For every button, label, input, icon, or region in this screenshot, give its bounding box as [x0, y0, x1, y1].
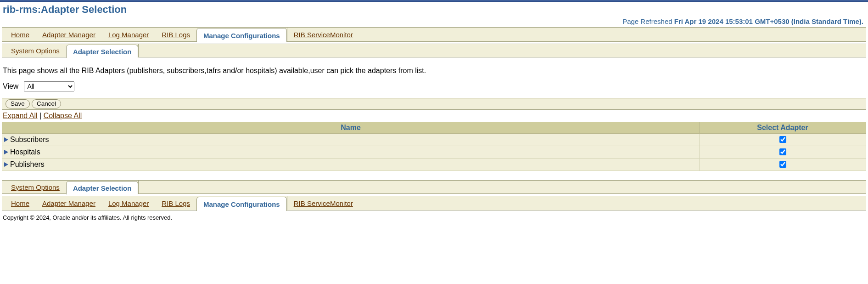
select-adapter-checkbox[interactable]: [779, 161, 786, 168]
page-refreshed: Page Refreshed Fri Apr 19 2024 15:53:01 …: [0, 17, 868, 27]
view-row: View All: [0, 81, 868, 98]
main-tabs-top: Home Adapter Manager Log Manager RIB Log…: [2, 27, 866, 42]
save-button[interactable]: Save: [6, 99, 30, 108]
col-name: Name: [2, 122, 700, 134]
page-title: rib-rms:Adapter Selection: [0, 2, 868, 17]
main-tabs-bottom: Home Adapter Manager Log Manager RIB Log…: [2, 196, 866, 210]
table-row: Subscribers: [2, 134, 866, 146]
copyright-footer: Copyright © 2024, Oracle and/or its affi…: [0, 210, 868, 225]
tab-manage-configurations-bottom[interactable]: Manage Configurations: [196, 197, 287, 211]
table-row: Publishers: [2, 159, 866, 171]
tab-adapter-manager-bottom[interactable]: Adapter Manager: [36, 196, 102, 210]
button-row: Save Cancel: [2, 98, 866, 110]
tab-rib-servicemonitor[interactable]: RIB ServiceMonitor: [287, 28, 359, 41]
row-name: Subscribers: [10, 136, 49, 144]
table-row: Hospitals: [2, 146, 866, 159]
collapse-all-link[interactable]: Collapse All: [44, 112, 82, 119]
adapters-table: Name Select Adapter Subscribers Hospital…: [2, 122, 866, 171]
subtab-system-options-bottom[interactable]: System Options: [5, 181, 66, 193]
cancel-button[interactable]: Cancel: [32, 99, 61, 108]
col-select-adapter: Select Adapter: [700, 122, 866, 134]
expand-icon[interactable]: [4, 137, 8, 142]
tab-log-manager[interactable]: Log Manager: [102, 28, 155, 41]
tab-manage-configurations[interactable]: Manage Configurations: [196, 28, 287, 42]
tab-rib-logs-bottom[interactable]: RIB Logs: [155, 196, 196, 210]
row-name: Hospitals: [10, 148, 40, 156]
subtab-system-options[interactable]: System Options: [5, 44, 66, 57]
refreshed-label: Page Refreshed: [622, 17, 674, 25]
tab-log-manager-bottom[interactable]: Log Manager: [102, 196, 155, 210]
tab-home-bottom[interactable]: Home: [5, 196, 36, 210]
subtab-adapter-selection-bottom[interactable]: Adapter Selection: [66, 181, 139, 194]
view-select[interactable]: All: [24, 81, 74, 91]
subtab-adapter-selection[interactable]: Adapter Selection: [66, 45, 139, 58]
expand-icon[interactable]: [4, 162, 8, 167]
expand-icon[interactable]: [4, 150, 8, 154]
expand-collapse-row: Expand All | Collapse All: [0, 110, 868, 122]
sub-tabs-bottom: System Options Adapter Selection: [2, 180, 866, 194]
tab-home[interactable]: Home: [5, 28, 36, 41]
select-adapter-checkbox[interactable]: [779, 148, 786, 155]
expand-sep: |: [38, 112, 44, 119]
tab-rib-logs[interactable]: RIB Logs: [155, 28, 196, 41]
instruction-text: This page shows all the RIB Adapters (pu…: [0, 57, 868, 81]
expand-all-link[interactable]: Expand All: [3, 112, 38, 119]
row-name: Publishers: [10, 160, 45, 169]
select-adapter-checkbox[interactable]: [779, 136, 786, 143]
view-label: View: [3, 82, 18, 91]
sub-tabs-top: System Options Adapter Selection: [2, 44, 866, 57]
refreshed-time: Fri Apr 19 2024 15:53:01 GMT+0530 (India…: [674, 17, 863, 25]
tab-adapter-manager[interactable]: Adapter Manager: [36, 28, 102, 41]
tab-rib-servicemonitor-bottom[interactable]: RIB ServiceMonitor: [287, 196, 359, 210]
